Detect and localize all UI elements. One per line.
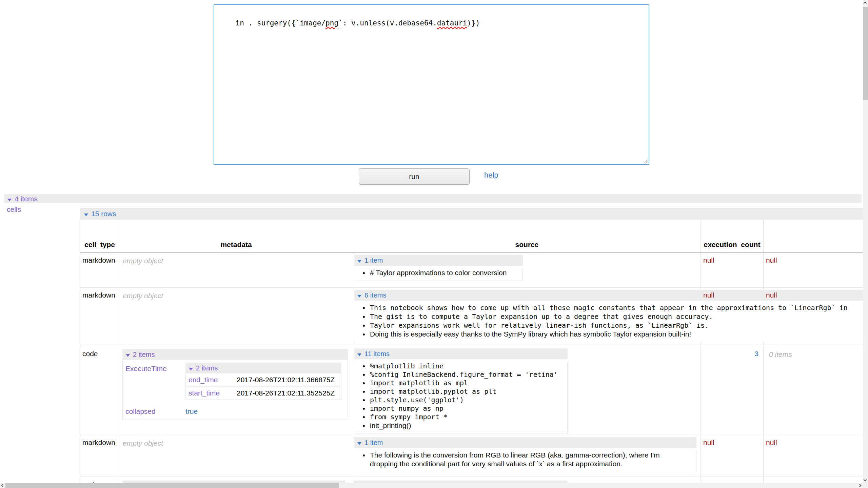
root-object-count: 4 items [15,195,38,203]
rows-array-header[interactable]: 15 rows [80,208,863,220]
collapse-triangle-icon [357,353,361,356]
cell-type-value: markdown [80,288,119,299]
key-end-time: end_time [186,373,237,386]
scroll-left-icon[interactable] [1,484,5,487]
source-list: 6 items This notebook shows how to come … [354,290,868,342]
outputs-value: null [764,435,777,447]
source-item-count: 6 items [364,291,386,299]
value-collapsed: true [185,405,198,415]
metadata-object: 2 items ExecuteTime 2 items end_time [122,349,348,420]
execution-count-value: null [701,288,714,299]
source-line: import matplotlib as mpl [369,379,567,387]
execution-count-value: null [701,435,714,447]
rows-count: 15 rows [91,210,116,218]
col-header-cell-type: cell_type [80,220,119,252]
source-line: import matplotlib.pyplot as plt [369,387,567,396]
metadata-object-header[interactable]: 2 items [122,349,348,360]
source-line: from sympy import * [369,413,567,421]
cells-grid: cell_type metadata source execution_coun… [80,220,863,488]
metadata-empty-object: empty object [119,253,353,265]
source-item-count: 11 items [364,350,390,358]
cell-type-value: markdown [80,435,119,447]
source-array-header[interactable]: 1 item [354,437,696,448]
source-line: plt.style.use('ggplot') [369,396,567,404]
metadata-key-executetime: ExecuteTime [123,363,185,373]
source-line: %config InlineBackend.figure_format = 'r… [369,370,567,379]
collapse-triangle-icon [357,442,361,445]
source-line: The following is the conversion from RGB… [369,451,671,468]
horizontal-scrollbar[interactable] [0,483,863,488]
col-header-metadata: metadata [119,220,353,252]
query-text: `: v.unless(v.debase64. [338,19,437,27]
outputs-value: null [764,253,777,264]
collapse-triangle-icon [126,354,130,357]
source-line: Doing this is especially easy thanks to … [369,330,868,339]
table-row: markdown empty object 1 item # Taylor ap… [80,252,863,287]
run-button[interactable]: run [359,168,470,185]
scrollbar-corner [863,483,868,488]
source-line: init_printing() [369,421,567,430]
outputs-value: 0 items [764,346,792,359]
source-array-header[interactable]: 6 items [354,290,868,301]
executetime-object-header[interactable]: 2 items [185,363,341,373]
source-line: # Taylor approximations to color convers… [369,268,522,277]
collapse-triangle-icon [357,295,361,298]
scroll-down-icon[interactable] [864,478,867,482]
source-line: The gist is to compute a Taylor expansio… [369,312,868,321]
cells-table: 15 rows cell_type metadata source execut… [80,208,863,488]
query-text: )}) [467,19,480,27]
metadata-item-count: 2 items [133,351,155,358]
col-header-execution-count: execution_count [701,220,764,252]
table-row: markdown empty object 1 item The followi… [80,435,863,476]
collapse-triangle-icon [189,368,193,370]
outputs-value: null [764,288,777,299]
source-list: 1 item # Taylor approximations to color … [354,255,523,281]
col-header-source: source [353,220,701,252]
metadata-empty-object: empty object [119,435,353,447]
cell-type-value: code [80,346,119,358]
query-text: in . surgery({`image/ [236,19,326,27]
source-item-count: 1 item [364,257,383,264]
query-text-misspelled: datauri [437,19,467,27]
cell-type-value: markdown [80,253,119,264]
executetime-item-count: 2 items [196,364,218,372]
help-link[interactable]: help [484,171,498,180]
execution-count-value: 3 [701,346,763,358]
source-line: Taylor expansions work well for relative… [369,321,868,330]
app-screen: in . surgery({`image/png`: v.unless(v.de… [0,0,868,488]
table-row: markdown empty object 6 items This noteb… [80,287,863,346]
vertical-scroll-thumb[interactable] [863,7,868,100]
col-header-outputs [764,220,863,252]
execution-count-value: null [701,253,714,264]
header-row: cell_type metadata source execution_coun… [80,220,863,252]
source-array-header[interactable]: 1 item [354,255,523,266]
scroll-right-icon[interactable] [858,484,862,487]
cells-key-label: cells [7,205,21,214]
source-line: This notebook shows how to come up with … [369,303,868,312]
horizontal-scroll-thumb[interactable] [5,483,339,488]
query-text-misspelled: png [326,19,338,27]
resize-grip-icon[interactable] [643,159,648,163]
query-input[interactable]: in . surgery({`image/png`: v.unless(v.de… [214,4,649,165]
root-object-header[interactable]: 4 items [4,194,862,203]
source-item-count: 1 item [364,439,383,446]
value-end-time: 2017-08-26T21:02:11.366875Z [237,373,337,386]
table-row: code 2 items ExecuteTime 2 items [80,346,863,435]
vertical-scrollbar[interactable] [863,0,868,488]
source-array-header[interactable]: 11 items [354,348,568,359]
metadata-key-collapsed: collapsed [123,405,185,415]
source-list: 11 items %matplotlib inline %config Inli… [354,348,568,433]
collapse-triangle-icon [357,260,361,263]
source-list: 1 item The following is the conversion f… [354,437,696,472]
collapse-triangle-icon [84,214,88,216]
metadata-empty-object: empty object [119,288,353,300]
source-line: import numpy as np [369,404,567,413]
value-start-time: 2017-08-26T21:02:11.352525Z [237,387,337,400]
scroll-up-icon[interactable] [864,2,867,5]
executetime-object: 2 items end_time 2017-08-26T21:02:11.366… [185,363,341,400]
collapse-triangle-icon [7,199,12,201]
source-line: %matplotlib inline [369,362,567,370]
key-start-time: start_time [186,387,237,400]
